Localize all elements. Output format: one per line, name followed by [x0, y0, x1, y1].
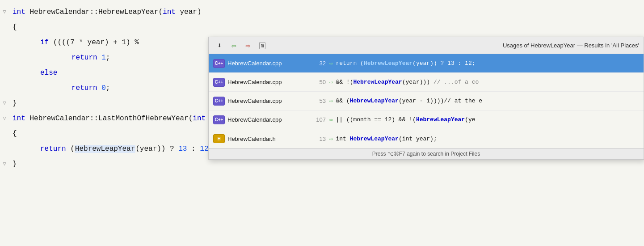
result-item-5[interactable]: H HebrewCalendar.h 13 ⇨ int HebrewLeapYe…	[209, 129, 644, 148]
usages-popup: ⬇ ⇦ ⇨ m Usages of HebrewLeapYear — Resul…	[208, 37, 644, 160]
code-text-2: {	[9, 20, 17, 35]
fold-icon-7[interactable]: ▽	[0, 96, 9, 111]
code-snippet-5: int HebrewLeapYear(int year);	[336, 136, 639, 142]
fold-icon-11[interactable]: ▽	[0, 157, 9, 172]
code-text-8: int HebrewCalendar::LastMonthOfHebrewYea…	[9, 111, 232, 126]
fold-icon-8[interactable]: ▽	[0, 111, 9, 126]
result-item-2[interactable]: C++ HebrewCalendar.cpp 50 ⇨ && !(HebrewL…	[209, 73, 644, 92]
code-snippet-1: return (HebrewLeapYear(year)) ? 13 : 12;	[336, 60, 639, 67]
forward-icon: ⇨	[246, 41, 251, 51]
back-button[interactable]: ⇦	[227, 40, 240, 51]
file-type-icon-3: C++	[213, 97, 225, 106]
result-item-1[interactable]: C++ HebrewCalendar.cpp 32 ⇨ return (Hebr…	[209, 54, 644, 73]
file-name-4: HebrewCalendar.cpp	[227, 116, 308, 123]
m-icon: m	[259, 42, 265, 49]
code-text-6: return 0;	[9, 81, 110, 96]
code-text-3: if ((((7 * year) + 1) %	[9, 35, 139, 50]
file-name-1: HebrewCalendar.cpp	[227, 60, 308, 67]
file-type-icon-4: C++	[213, 115, 225, 124]
fold-icon-1[interactable]: ▽	[0, 4, 9, 20]
popup-title: Usages of HebrewLeapYear — Results in 'A…	[503, 42, 639, 49]
code-line-1: ▽ int HebrewCalendar::HebrewLeapYear(int…	[0, 4, 644, 20]
code-line-2: {	[0, 20, 644, 35]
popup-footer: Press ⌥⌘F7 again to search in Project Fi…	[209, 148, 644, 159]
back-icon: ⇦	[232, 41, 236, 51]
code-editor: ▽ int HebrewCalendar::HebrewLeapYear(int…	[0, 0, 644, 246]
usage-arrow-1: ⇨	[329, 59, 333, 67]
collapse-button[interactable]: ⬇	[213, 40, 226, 51]
code-text-1: int HebrewCalendar::HebrewLeapYear(int y…	[9, 4, 202, 20]
file-name-3: HebrewCalendar.cpp	[227, 98, 308, 104]
m-button[interactable]: m	[256, 40, 269, 51]
code-snippet-2: && !(HebrewLeapYear(year))) // ...of a c…	[336, 79, 639, 85]
collapse-icon: ⬇	[217, 41, 222, 50]
footer-text: Press ⌥⌘F7 again to search in Project Fi…	[372, 151, 480, 157]
file-name-5: HebrewCalendar.h	[227, 136, 308, 142]
result-item-4[interactable]: C++ HebrewCalendar.cpp 107 ⇨ || ((month …	[209, 110, 644, 129]
code-text-7: }	[9, 96, 17, 111]
line-number-4: 107	[308, 116, 326, 123]
line-number-5: 13	[308, 136, 326, 142]
code-text-10: return (HebrewLeapYear(year)) ? 13 : 12;	[9, 141, 213, 157]
file-name-2: HebrewCalendar.cpp	[227, 79, 308, 85]
forward-button[interactable]: ⇨	[242, 40, 254, 51]
code-text-11: }	[9, 157, 17, 172]
code-snippet-4: || ((month == 12) && !(HebrewLeapYear(ye	[336, 116, 639, 123]
file-type-icon-5: H	[213, 134, 225, 143]
usage-arrow-4: ⇨	[329, 116, 333, 123]
code-text-4: return 1;	[9, 50, 110, 65]
usage-arrow-5: ⇨	[329, 135, 333, 143]
file-type-icon-1: C++	[213, 59, 225, 68]
popup-toolbar: ⬇ ⇦ ⇨ m Usages of HebrewLeapYear — Resul…	[209, 37, 644, 54]
usage-arrow-2: ⇨	[329, 78, 333, 86]
code-text-5: else	[9, 65, 57, 81]
line-number-3: 53	[308, 98, 326, 104]
code-text-9: {	[9, 126, 17, 141]
line-number-2: 50	[308, 79, 326, 85]
result-item-3[interactable]: C++ HebrewCalendar.cpp 53 ⇨ && (HebrewLe…	[209, 92, 644, 110]
line-number-1: 32	[308, 60, 326, 67]
usage-arrow-3: ⇨	[329, 97, 333, 105]
usages-list: C++ HebrewCalendar.cpp 32 ⇨ return (Hebr…	[209, 54, 644, 148]
code-snippet-3: && (HebrewLeapYear(year - 1))))// at the…	[336, 98, 639, 104]
file-type-icon-2: C++	[213, 78, 225, 87]
